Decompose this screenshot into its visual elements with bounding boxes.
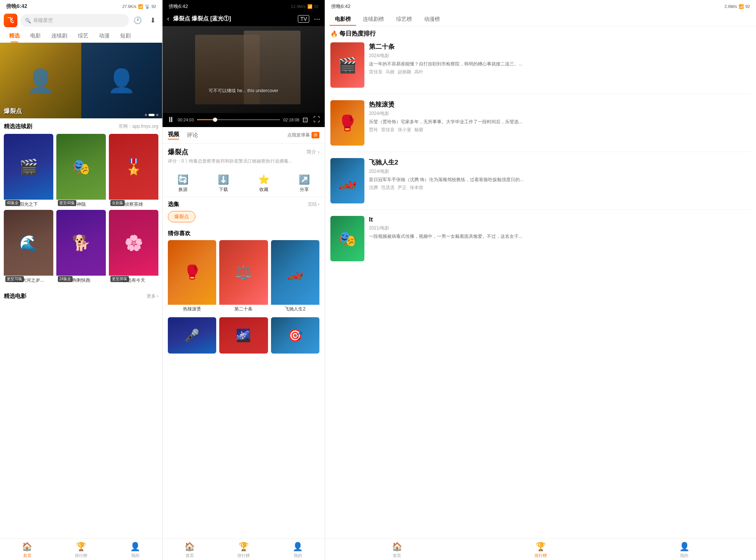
rank-poster-inner-2: 🥊 — [330, 100, 364, 146]
drama-card-3[interactable]: 🎖️ 全剧集 侦察英雄 — [109, 134, 158, 208]
rank-tab-anime[interactable]: 动漫榜 — [419, 14, 445, 26]
rank-year-2: 2024/电影 — [369, 110, 751, 117]
mine-label: 我的 — [131, 553, 139, 558]
more-rec-card-1[interactable]: 🎤 — [168, 317, 216, 354]
drama-card-2[interactable]: 🎭 更至40集 神隐 — [56, 134, 106, 208]
action-share[interactable]: ↗️ 分享 — [299, 174, 310, 193]
drama-thumb-2: 🎭 — [56, 134, 106, 200]
rank-info-3: 飞驰人生2 2024/电影 昔日冠军车手张驰（沈腾 饰）沦为落魄驾校教练，过着靠… — [369, 158, 751, 203]
progress-track[interactable] — [197, 119, 280, 120]
mine-label-p: 我的 — [294, 553, 302, 558]
signal-player: 📶 — [307, 4, 313, 9]
control-icons: ⊡ ⛶ — [302, 116, 320, 124]
drama-thumb-inner-2: 🎭 — [56, 134, 106, 200]
drama-thumb-inner-5: 🐕 — [56, 210, 106, 276]
bottom-nav-rank-mine[interactable]: 👤 我的 — [612, 542, 756, 558]
tab-lianxuju[interactable]: 连续剧 — [46, 29, 73, 42]
search-bar[interactable]: 🔍 吞噬星空 — [20, 14, 129, 27]
home-banner[interactable]: 👤 👤 爆裂点 — [0, 43, 162, 118]
app-logo: 飞 — [4, 14, 17, 27]
recommend-section: 猜你喜欢 🥊 热辣滚烫 ⚖️ 第二十条 🏎️ — [163, 226, 325, 317]
fullscreen-icon[interactable]: ⛶ — [313, 116, 320, 124]
drama-thumb-5: 🐕 — [56, 210, 106, 276]
banner-figure-right: 👤 — [107, 67, 136, 94]
rank-tab-drama[interactable]: 连续剧榜 — [358, 14, 389, 26]
rank-icon-p: 🏆 — [239, 542, 249, 552]
more-rec-card-3[interactable]: 🎯 — [271, 317, 319, 354]
rec-name-1: 热辣滚烫 — [168, 305, 216, 313]
drama-card-1[interactable]: 🎬 40集全 阳光之下 — [4, 134, 53, 208]
rank-divider-2 — [330, 152, 751, 152]
rank-item-2[interactable]: 🥊 热辣滚烫 2024/电影 乐莹（贾玲饰）宅家多年，无所事事。大学毕业工作了一… — [330, 100, 751, 146]
tab-comment[interactable]: 评论 — [187, 132, 198, 139]
battery-player: 92 — [314, 4, 319, 9]
history-icon-btn[interactable]: 🕐 — [132, 15, 143, 26]
tab-dianying[interactable]: 电影 — [25, 29, 46, 42]
back-btn[interactable]: ‹ — [167, 15, 169, 23]
tab-duanju[interactable]: 短剧 — [115, 29, 136, 42]
rank-divider-1 — [330, 94, 751, 94]
rec-card-3[interactable]: 🏎️ 飞驰人生2 — [271, 240, 319, 313]
bottom-nav-rank-home[interactable]: 🏠 首页 — [325, 542, 469, 558]
rank-desc-1: 这一年的不容易谁能懂？自打挂职到市检察院，韩明的糟心事就接二连三。... — [369, 60, 751, 67]
drama-card-4[interactable]: 🌊 更至33集 大江大河之岁... — [4, 210, 53, 284]
rec-thumb-1: 🥊 — [168, 240, 216, 305]
cast-1-1: 雷佳音 — [369, 69, 383, 75]
download-icon: ⬇️ — [218, 174, 229, 185]
official-site[interactable]: 官网：app.fmys.org — [119, 123, 158, 130]
banner-figure-left: 👤 — [26, 67, 55, 94]
tab-dongman[interactable]: 动漫 — [94, 29, 115, 42]
more-rec-card-2[interactable]: 🌌 — [219, 317, 268, 354]
action-download[interactable]: ⬇️ 下载 — [218, 174, 229, 193]
bottom-nav-rank-btn[interactable]: 🏆 排行榜 — [54, 542, 108, 558]
action-change-source[interactable]: 🔄 换源 — [177, 174, 189, 193]
rank-tab-variety[interactable]: 综艺榜 — [391, 14, 417, 26]
rank-item-3[interactable]: 🏎️ 飞驰人生2 2024/电影 昔日冠军车手张驰（沈腾 饰）沦为落魄驾校教练，… — [330, 158, 751, 203]
episode-title: 选集 — [168, 201, 179, 208]
bottom-nav-mine-btn[interactable]: 👤 我的 — [108, 542, 162, 558]
intro-btn[interactable]: 简介 › — [307, 149, 319, 155]
tab-video[interactable]: 视频 — [168, 131, 179, 140]
action-collect[interactable]: ⭐ 收藏 — [258, 174, 270, 193]
cast-3-4: 张本煜 — [410, 185, 423, 191]
battery-home: 92 — [152, 4, 156, 9]
mine-icon-r: 👤 — [679, 542, 689, 552]
drama-card-5[interactable]: 🐕 24集全 狗剩快跑 — [56, 210, 106, 284]
rank-tab-movie[interactable]: 电影榜 — [330, 14, 356, 26]
rec-thumb-3: 🏎️ — [271, 240, 319, 305]
more-icon-btn[interactable]: ··· — [314, 14, 320, 23]
drama-card-6[interactable]: 🌸 更至36集 你也有今天 — [109, 210, 158, 284]
rank-title-2: 热辣滚烫 — [369, 100, 751, 109]
rec-thumb-inner-2: ⚖️ — [219, 240, 268, 305]
video-tabs: 视频 评论 点我发弹幕 弹 — [163, 127, 325, 144]
rank-item-4[interactable]: 🎭 It 2021/电影 一段视频被病毒式传播，视频中，一男一女戴着面具愉爱。不… — [330, 216, 751, 261]
rec-name-3: 飞驰人生2 — [271, 305, 319, 313]
bottom-nav-rank-rank[interactable]: 🏆 排行榜 — [469, 542, 612, 558]
rec-thumb-inner-3: 🏎️ — [271, 240, 319, 305]
episode-chip[interactable]: 爆裂点 — [168, 211, 195, 222]
bottom-nav-player-rank[interactable]: 🏆 排行榜 — [217, 542, 271, 558]
bottom-nav-home-btn[interactable]: 🏠 首页 — [0, 542, 54, 558]
rank-title-4: It — [369, 216, 751, 223]
player-header: ‹ 爆裂点 爆裂点 [蓝光①] TV ··· — [163, 11, 325, 26]
rec-card-2[interactable]: ⚖️ 第二十条 — [219, 240, 268, 313]
video-rating: 评分：0丨缉毒总督察李振邦和卧底警员江铭秘密执行追捕毒... — [168, 158, 319, 164]
bottom-nav-player-mine[interactable]: 👤 我的 — [271, 542, 325, 558]
bottom-nav-player-home[interactable]: 🏠 首页 — [163, 542, 217, 558]
rec-card-1[interactable]: 🥊 热辣滚烫 — [168, 240, 216, 313]
home-label: 首页 — [23, 553, 31, 558]
cast-2-3: 张小斐 — [398, 127, 411, 133]
rank-title-1: 第二十条 — [369, 42, 751, 51]
panel-home: 傍晚6:42 27.6K/s 📶 📡 92 飞 🔍 吞噬星空 🕐 ⬇ 精选 电影… — [0, 0, 163, 560]
rec-thumb-2: ⚖️ — [219, 240, 268, 305]
video-player[interactable]: 可不可以继续 he... this undercover — [163, 26, 325, 113]
rank-item-1[interactable]: 🎬 第二十条 2024/电影 这一年的不容易谁能懂？自打挂职到市检察院，韩明的糟… — [330, 42, 751, 88]
screenshot-icon[interactable]: ⊡ — [302, 116, 308, 124]
download-icon-btn[interactable]: ⬇ — [147, 15, 158, 26]
pause-btn[interactable]: ⏸ — [167, 115, 175, 124]
movies-more-btn[interactable]: 更多 › — [147, 293, 158, 299]
tv-icon-btn[interactable]: TV — [298, 15, 309, 23]
tab-jingxuan[interactable]: 精选 — [4, 29, 25, 42]
tab-zongyi[interactable]: 综艺 — [73, 29, 94, 42]
danmaku-btn[interactable]: 点我发弹幕 弹 — [287, 132, 319, 138]
